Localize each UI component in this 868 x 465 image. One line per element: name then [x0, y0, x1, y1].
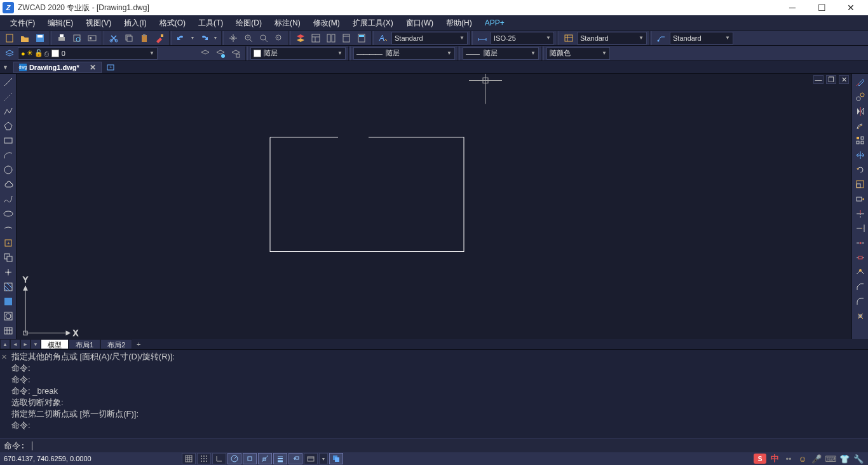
layout-add-button[interactable]: +	[132, 340, 145, 348]
stretch-tool[interactable]	[853, 192, 867, 206]
line-tool[interactable]	[1, 75, 15, 89]
explode-tool[interactable]	[853, 309, 867, 323]
model-tab[interactable]: 模型	[41, 339, 69, 349]
move-tool[interactable]	[853, 148, 867, 162]
break-tool[interactable]	[853, 251, 867, 265]
layout1-tab[interactable]: 布局1	[69, 339, 100, 349]
mleader-style-dropdown[interactable]: Standard▼	[670, 32, 733, 45]
lineweight-dropdown[interactable]: ——随层▼	[463, 47, 539, 60]
minimize-button[interactable]: ─	[778, 0, 807, 15]
arc-tool[interactable]	[1, 148, 15, 162]
layout-nav-prev[interactable]: ◄	[10, 339, 20, 349]
erase-tool[interactable]	[853, 75, 867, 89]
copy-button[interactable]	[122, 31, 136, 45]
command-close-icon[interactable]: ✕	[1, 351, 7, 363]
pan-button[interactable]	[226, 31, 240, 45]
command-history[interactable]: ✕ 指定其他的角点或 [面积(A)/尺寸(D)/旋转(R)]: 命令: 命令: …	[0, 350, 868, 438]
ime-keyboard-icon[interactable]: ⌨	[825, 453, 836, 464]
polygon-tool[interactable]	[1, 119, 15, 133]
circle-tool[interactable]	[1, 163, 15, 177]
zoom-realtime-button[interactable]: +	[241, 31, 255, 45]
menu-file[interactable]: 文件(F)	[4, 15, 41, 31]
linetype-dropdown[interactable]: ————随层▼	[353, 47, 455, 60]
undo-dropdown[interactable]: ▼	[189, 31, 196, 45]
menu-view[interactable]: 视图(V)	[79, 15, 118, 31]
model-toggle[interactable]	[304, 453, 318, 464]
dyn-toggle[interactable]: +	[288, 453, 302, 464]
menu-help[interactable]: 帮助(H)	[440, 15, 478, 31]
scale-tool[interactable]	[853, 177, 867, 191]
layout2-tab[interactable]: 布局2	[100, 339, 132, 349]
copy-tool[interactable]	[853, 90, 867, 104]
fillet-tool[interactable]	[853, 295, 867, 309]
revision-cloud-tool[interactable]	[1, 177, 15, 191]
print-button[interactable]	[55, 31, 69, 45]
layer-state-button[interactable]	[214, 46, 227, 60]
ime-punct-icon[interactable]: ••	[783, 453, 794, 464]
ime-mic-icon[interactable]: 🎤	[811, 453, 822, 464]
array-tool[interactable]	[853, 134, 867, 148]
dim-style-dropdown[interactable]: ISO-25▼	[491, 32, 554, 45]
menu-modify[interactable]: 修改(M)	[307, 15, 346, 31]
region-tool[interactable]	[1, 309, 15, 323]
ellipse-tool[interactable]	[1, 207, 15, 221]
document-tab-close-button[interactable]: ✕	[90, 63, 96, 72]
layout-nav-last[interactable]: ▼	[31, 339, 41, 349]
menu-insert[interactable]: 插入(I)	[118, 15, 153, 31]
open-file-button[interactable]	[18, 31, 32, 45]
mleader-style-icon[interactable]	[654, 31, 668, 45]
calculator-button[interactable]	[355, 31, 369, 45]
construction-line-tool[interactable]	[1, 90, 15, 104]
cut-button[interactable]	[107, 31, 121, 45]
chamfer-tool[interactable]	[853, 280, 867, 294]
polar-toggle[interactable]	[227, 453, 241, 464]
table-style-dropdown[interactable]: Standard▼	[577, 32, 647, 45]
text-style-dropdown[interactable]: Standard▼	[391, 32, 468, 45]
grid-toggle[interactable]	[197, 453, 211, 464]
layer-isolate-button[interactable]	[229, 46, 243, 60]
layer-previous-button[interactable]	[198, 46, 212, 60]
snap-toggle[interactable]	[182, 453, 196, 464]
ellipse-arc-tool[interactable]	[1, 221, 15, 235]
osnap-toggle[interactable]	[243, 453, 257, 464]
layout-nav-next[interactable]: ►	[20, 339, 31, 349]
color-dropdown[interactable]: 随层▼	[250, 47, 346, 60]
undo-button[interactable]	[174, 31, 188, 45]
menu-app-plus[interactable]: APP+	[478, 15, 511, 31]
print-preview-button[interactable]	[70, 31, 84, 45]
menu-annotate[interactable]: 标注(N)	[268, 15, 307, 31]
layer-properties-button[interactable]	[294, 31, 308, 45]
redo-dropdown[interactable]: ▼	[212, 31, 219, 45]
redo-button[interactable]	[197, 31, 211, 45]
zoom-window-button[interactable]	[257, 31, 271, 45]
point-tool[interactable]	[1, 265, 15, 279]
drawing-canvas[interactable]: X Y	[17, 74, 851, 339]
menu-edit[interactable]: 编辑(E)	[41, 15, 79, 31]
status-dropdown[interactable]: ▼	[319, 453, 328, 464]
ime-icon[interactable]: S	[754, 454, 766, 464]
make-block-tool[interactable]	[1, 251, 15, 265]
coordinates-display[interactable]: 670.4137, 740.6259, 0.0000	[4, 455, 169, 462]
document-tab-add-button[interactable]: +	[104, 62, 117, 73]
doc-minimize-button[interactable]: —	[813, 75, 824, 84]
break-at-point-tool[interactable]	[853, 236, 867, 250]
gradient-tool[interactable]	[1, 295, 15, 309]
menu-format[interactable]: 格式(O)	[153, 15, 192, 31]
command-input[interactable]	[32, 441, 864, 450]
polyline-tool[interactable]	[1, 104, 15, 118]
close-button[interactable]: ✕	[836, 0, 865, 15]
document-tab[interactable]: dwg Drawing1.dwg* ✕	[13, 62, 102, 73]
tool-palettes-button[interactable]	[339, 31, 353, 45]
ortho-toggle[interactable]	[212, 453, 226, 464]
rectangle-tool[interactable]	[1, 134, 15, 148]
layer-dropdown[interactable]: ● ☀ 🔓 ⎙ 0 ▼	[18, 47, 158, 60]
menu-tools[interactable]: 工具(T)	[192, 15, 229, 31]
save-button[interactable]	[33, 31, 47, 45]
menu-ext[interactable]: 扩展工具(X)	[346, 15, 400, 31]
hatch-tool[interactable]	[1, 280, 15, 294]
paste-button[interactable]	[137, 31, 151, 45]
table-style-icon[interactable]	[562, 31, 576, 45]
trim-tool[interactable]	[853, 207, 867, 221]
dim-style-icon[interactable]	[475, 31, 489, 45]
ime-emoji-icon[interactable]: ☺	[797, 453, 808, 464]
